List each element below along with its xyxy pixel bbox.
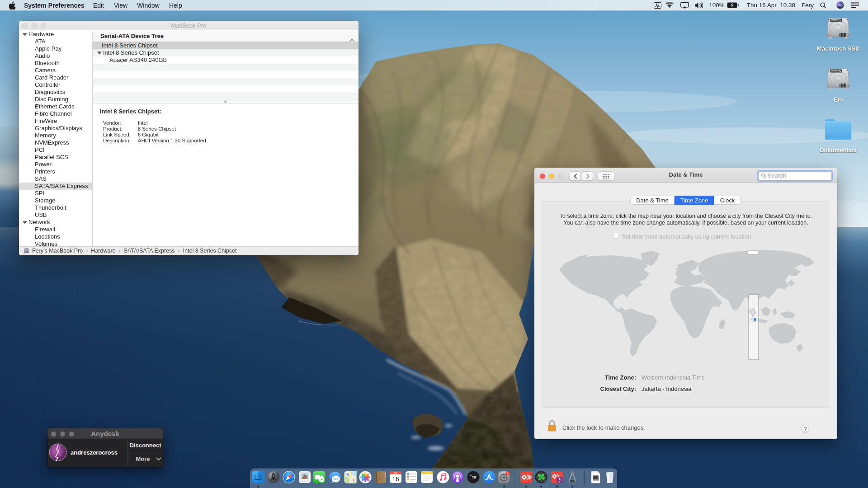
svg-text:tv: tv [472, 474, 476, 479]
svg-text:APR: APR [393, 472, 397, 474]
svg-text:1: 1 [507, 472, 509, 475]
svg-text:16: 16 [392, 475, 399, 483]
